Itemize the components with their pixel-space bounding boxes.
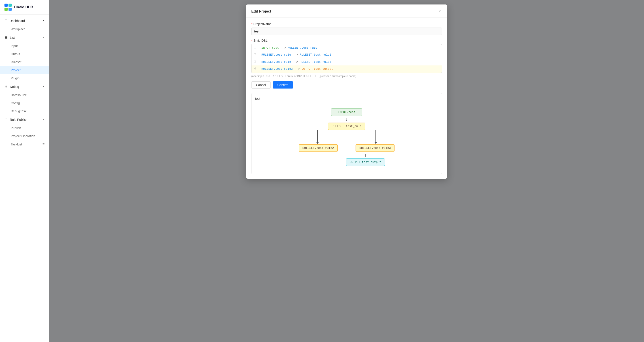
dsl-arrow: --> <box>291 52 300 57</box>
chevron-icon: ∧ <box>42 85 44 88</box>
svg-rect-2 <box>4 8 8 11</box>
smith-dsl-label-text: SmithDSL <box>253 39 268 42</box>
debugtask-label: DebugTask <box>11 109 26 113</box>
dsl-token: OUTPUT.test_output <box>302 66 333 72</box>
sidebar-item-publish[interactable]: Publish <box>0 124 49 132</box>
dsl-token: INPUT.test <box>261 45 279 50</box>
workplace-label: Workplace <box>11 27 26 31</box>
sidebar-item-list[interactable]: ☰ List ∧ <box>0 33 49 42</box>
confirm-button[interactable]: Confirm <box>273 81 293 89</box>
modal-body: * ProjectName * SmithDSL 1 INPUT.test --… <box>246 18 447 179</box>
sidebar-item-debugtask[interactable]: DebugTask <box>0 107 49 115</box>
flow-node-ruleset-left: RULESET.test_rule2 <box>299 144 338 152</box>
line-num-1: 1 <box>254 46 259 50</box>
sidebar-item-input[interactable]: Input <box>0 42 49 50</box>
sidebar-item-config[interactable]: Config <box>0 99 49 107</box>
svg-rect-0 <box>4 4 8 7</box>
chevron-icon: ∧ <box>42 19 44 23</box>
required-star: * <box>251 22 252 26</box>
action-buttons: Cancel Confirm <box>251 81 442 89</box>
svg-marker-6 <box>316 142 319 144</box>
dsl-line-3: 3 RULESET.test_rule --> RULESET.test_rul… <box>252 59 442 65</box>
datasource-label: Datasource <box>11 93 27 97</box>
dsl-hint: (after input INPUT/RULESET prefix or INP… <box>251 75 442 78</box>
main-content: Edit Project × * ProjectName * SmithDSL <box>49 0 644 342</box>
dsl-token: RULESET.test_rule <box>288 45 317 50</box>
dsl-arrow: --> <box>293 66 302 72</box>
logo-icon <box>4 4 12 11</box>
sidebar-item-plugin[interactable]: Plugin <box>0 74 49 82</box>
required-star-dsl: * <box>251 39 252 42</box>
flow-arrow-1: ↓ <box>346 116 348 123</box>
modal-title: Edit Project <box>251 10 271 14</box>
tasklist-label: TaskList <box>11 142 22 146</box>
debug-label: Debug <box>10 85 19 89</box>
dsl-token: RULESET.test_rule3 <box>300 59 331 65</box>
input-label: Input <box>11 44 18 48</box>
rule-publish-icon: ◌ <box>4 117 8 122</box>
sidebar-item-output[interactable]: Output <box>0 50 49 58</box>
chevron-icon: ∧ <box>42 36 44 39</box>
branch-svg <box>288 130 405 143</box>
sidebar-item-debug[interactable]: ◎ Debug ∧ <box>0 82 49 91</box>
sidebar: Elkeid HUB ⊞ Dashboard ∧ Workplace ☰ Lis… <box>0 0 49 342</box>
dsl-line-2: 2 RULESET.test_rule --> RULESET.test_rul… <box>252 51 442 58</box>
sidebar-item-tasklist[interactable]: TaskList ≡ <box>0 140 49 148</box>
smith-dsl-label: * SmithDSL <box>251 39 442 42</box>
publish-label: Publish <box>11 126 21 130</box>
dsl-token: RULESET.test_rule3 <box>261 66 293 72</box>
dsl-arrow: --> <box>291 59 300 65</box>
app-name: Elkeid HUB <box>14 5 33 9</box>
dashboard-label: Dashboard <box>10 19 25 23</box>
dsl-arrow: --> <box>279 45 288 50</box>
project-operation-label: Project Operation <box>11 134 35 138</box>
svg-marker-9 <box>374 142 377 144</box>
line-num-4: 4 <box>254 67 259 72</box>
svg-rect-3 <box>8 8 12 11</box>
rule-publish-label: Rule Publish <box>10 118 28 121</box>
flow-node-input: INPUT.test <box>331 108 362 116</box>
dashboard-icon: ⊞ <box>4 19 8 23</box>
ruleset-label: Ruleset <box>11 60 21 64</box>
dsl-token: RULESET.test_rule2 <box>300 52 331 57</box>
project-label: Project <box>11 68 20 72</box>
chevron-icon: ∧ <box>42 118 44 121</box>
logo: Elkeid HUB <box>0 0 49 15</box>
flow-name: test <box>255 97 438 100</box>
cancel-button[interactable]: Cancel <box>251 81 270 89</box>
dsl-token: RULESET.test_rule <box>261 52 291 57</box>
modal-close-button[interactable]: × <box>438 9 442 14</box>
output-label: Output <box>11 52 20 56</box>
plugin-label: Plugin <box>11 76 20 80</box>
line-num-3: 3 <box>254 60 259 65</box>
dsl-line-1: 1 INPUT.test --> RULESET.test_rule <box>252 44 442 51</box>
project-name-label-text: ProjectName <box>253 22 272 26</box>
edit-project-modal: Edit Project × * ProjectName * SmithDSL <box>246 5 447 179</box>
sidebar-item-project[interactable]: Project <box>0 66 49 74</box>
config-label: Config <box>11 101 20 105</box>
list-label: List <box>10 36 15 40</box>
sidebar-item-rule-publish[interactable]: ◌ Rule Publish ∧ <box>0 115 49 124</box>
sidebar-item-dashboard[interactable]: ⊞ Dashboard ∧ <box>0 16 49 25</box>
svg-rect-1 <box>8 4 12 7</box>
sidebar-item-workplace[interactable]: Workplace <box>0 25 49 33</box>
project-name-label: * ProjectName <box>251 22 442 26</box>
flow-section: test INPUT.test ↓ RULESET.test_rule <box>251 93 442 174</box>
flow-arrow-2: ↓ <box>364 152 366 158</box>
tasklist-icon: ≡ <box>42 142 44 146</box>
dsl-line-4: 4 RULESET.test_rule3 --> OUTPUT.test_out… <box>252 65 442 72</box>
sidebar-item-ruleset[interactable]: Ruleset <box>0 58 49 66</box>
dsl-token: RULESET.test_rule <box>261 59 291 65</box>
flow-diagram: INPUT.test ↓ RULESET.test_rule <box>255 104 438 170</box>
flow-node-output: OUTPUT.test_output <box>346 158 385 166</box>
project-name-input[interactable] <box>251 28 442 35</box>
modal-backdrop: Edit Project × * ProjectName * SmithDSL <box>49 0 644 342</box>
flow-node-ruleset-right: RULESET.test_rule3 <box>356 144 394 152</box>
sidebar-item-project-operation[interactable]: Project Operation <box>0 132 49 140</box>
debug-icon: ◎ <box>4 84 8 89</box>
sidebar-menu: ⊞ Dashboard ∧ Workplace ☰ List ∧ Input O… <box>0 15 49 150</box>
dsl-editor[interactable]: 1 INPUT.test --> RULESET.test_rule 2 RUL… <box>251 44 442 73</box>
sidebar-item-datasource[interactable]: Datasource <box>0 91 49 99</box>
line-num-2: 2 <box>254 52 259 57</box>
modal-header: Edit Project × <box>246 5 447 18</box>
